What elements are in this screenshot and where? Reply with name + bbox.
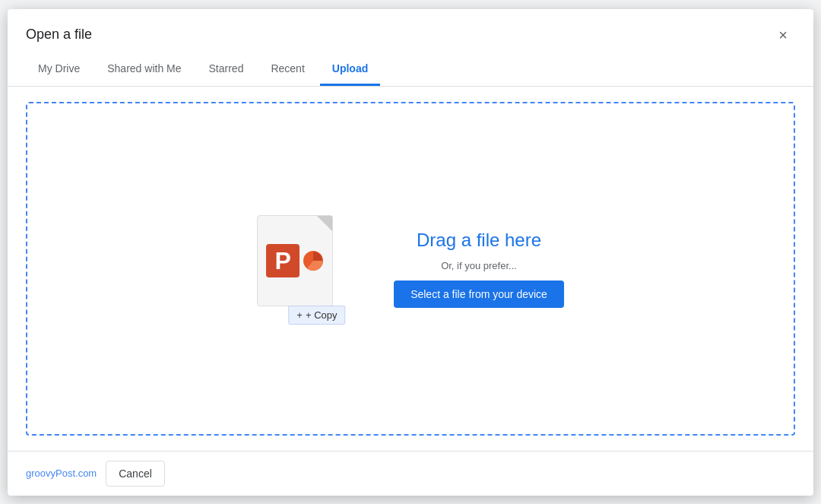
ppt-p-letter: P	[266, 244, 300, 277]
tabs-bar: My Drive Shared with Me Starred Recent U…	[8, 53, 813, 87]
dialog-footer: groovyPost.com Cancel	[8, 451, 813, 496]
dialog-body: P + + Copy	[8, 87, 813, 451]
tab-upload[interactable]: Upload	[320, 53, 380, 86]
dialog-title: Open a file	[26, 27, 92, 43]
copy-tooltip: + + Copy	[288, 306, 345, 325]
dialog-overlay: Open a file × My Drive Shared with Me St…	[0, 0, 821, 504]
close-button[interactable]: ×	[771, 23, 795, 47]
tab-shared-with-me[interactable]: Shared with Me	[95, 53, 193, 86]
ppt-logo: P	[266, 244, 324, 277]
select-file-button[interactable]: Select a file from your device	[394, 281, 564, 308]
tab-starred[interactable]: Starred	[197, 53, 256, 86]
copy-plus: +	[296, 309, 303, 321]
file-icon-wrapper: P + + Copy	[257, 215, 348, 322]
drop-zone-text: Drag a file here Or, if you prefer... Se…	[394, 230, 564, 308]
copy-label: + Copy	[306, 309, 338, 321]
tab-my-drive[interactable]: My Drive	[26, 53, 92, 86]
drop-zone[interactable]: P + + Copy	[26, 102, 795, 436]
cancel-button[interactable]: Cancel	[106, 461, 165, 487]
ppt-file-icon: P	[257, 215, 333, 306]
tab-recent[interactable]: Recent	[258, 53, 316, 86]
or-text: Or, if you prefer...	[441, 260, 517, 271]
ppt-chart-icon	[303, 250, 324, 271]
open-file-dialog: Open a file × My Drive Shared with Me St…	[8, 9, 813, 496]
drag-title: Drag a file here	[417, 230, 541, 251]
footer-logo: groovyPost.com	[26, 468, 97, 479]
dialog-header: Open a file ×	[8, 9, 813, 47]
drop-zone-inner: P + + Copy	[257, 215, 564, 322]
